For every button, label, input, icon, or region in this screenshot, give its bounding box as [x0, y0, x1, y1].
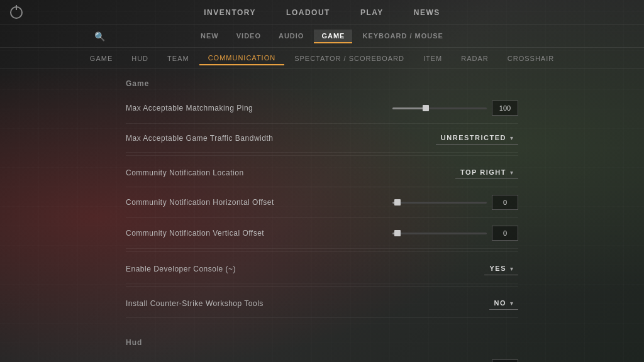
- notification-h-offset-control: 0: [392, 195, 518, 210]
- workshop-tools-chevron-icon: ▾: [510, 300, 513, 307]
- notification-h-offset-slider-wrap: 0: [392, 195, 518, 210]
- notification-h-offset-thumb[interactable]: [394, 199, 401, 206]
- setting-row-bandwidth: Max Acceptable Game Traffic Bandwidth UN…: [126, 124, 518, 153]
- bandwidth-value: UNRESTRICTED: [441, 134, 506, 141]
- setting-row-notification-h-offset: Community Notification Horizontal Offset…: [126, 187, 518, 218]
- tab-game[interactable]: GAME: [314, 30, 352, 43]
- matchmaking-ping-slider-wrap: 100: [392, 101, 518, 116]
- dev-console-control: YES ▾: [392, 262, 518, 275]
- nav-news[interactable]: NEWS: [409, 6, 445, 19]
- setting-row-notification-location: Community Notification Location TOP RIGH…: [126, 158, 518, 187]
- settings-tab-bar: 🔍 NEW VIDEO AUDIO GAME KEYBOARD / MOUSE: [0, 25, 644, 48]
- divider-3: [126, 286, 518, 287]
- dev-console-label: Enable Developer Console (~): [126, 265, 236, 273]
- bandwidth-chevron-icon: ▾: [510, 134, 513, 141]
- notification-v-offset-control: 0: [392, 226, 518, 241]
- bandwidth-dropdown[interactable]: UNRESTRICTED ▾: [436, 131, 518, 145]
- subtab-hud[interactable]: HUD: [123, 52, 157, 65]
- matchmaking-ping-thumb[interactable]: [423, 105, 429, 111]
- subtab-item[interactable]: ITEM: [414, 52, 451, 65]
- power-button[interactable]: [10, 6, 23, 19]
- subtab-radar[interactable]: RADAR: [452, 52, 497, 65]
- subtab-game[interactable]: GAME: [81, 52, 121, 65]
- setting-row-workshop-tools: Install Counter-Strike Workshop Tools NO…: [126, 289, 518, 318]
- matchmaking-ping-control: 100: [392, 101, 518, 116]
- hud-scale-control: 0.90: [392, 359, 518, 362]
- subtab-crosshair[interactable]: CROSSHAIR: [499, 52, 563, 65]
- game-section-header: Game: [126, 69, 518, 93]
- divider-2: [126, 251, 518, 252]
- settings-panel: Game Max Acceptable Matchmaking Ping 100…: [0, 69, 644, 362]
- setting-row-matchmaking-ping: Max Acceptable Matchmaking Ping 100: [126, 93, 518, 124]
- tab-new[interactable]: NEW: [193, 30, 226, 43]
- notification-h-offset-value[interactable]: 0: [492, 195, 518, 210]
- workshop-tools-control: NO ▾: [392, 297, 518, 310]
- setting-row-dev-console: Enable Developer Console (~) YES ▾: [126, 255, 518, 283]
- nav-play[interactable]: PLAY: [355, 6, 389, 19]
- tab-audio[interactable]: AUDIO: [271, 30, 311, 43]
- game-sub-tab-bar: GAME HUD TEAM COMMUNICATION SPECTATOR / …: [0, 48, 644, 69]
- main-nav: INVENTORY LOADOUT PLAY NEWS: [199, 6, 445, 19]
- subtab-communication[interactable]: COMMUNICATION: [199, 52, 285, 65]
- matchmaking-ping-fill: [392, 107, 426, 109]
- notification-v-offset-track[interactable]: [392, 233, 487, 234]
- notification-v-offset-thumb[interactable]: [394, 230, 401, 236]
- subtab-spectator-scoreboard[interactable]: SPECTATOR / SCOREBOARD: [286, 52, 413, 65]
- matchmaking-ping-track[interactable]: [392, 107, 487, 109]
- hud-scale-slider-wrap: 0.90: [392, 359, 518, 362]
- notification-location-control: TOP RIGHT ▾: [392, 166, 518, 179]
- nav-inventory[interactable]: INVENTORY: [199, 6, 261, 19]
- notification-v-offset-fill: [392, 233, 397, 234]
- hud-section-header: Hud: [126, 328, 518, 352]
- notification-h-offset-track[interactable]: [392, 202, 487, 204]
- notification-location-chevron-icon: ▾: [510, 169, 513, 176]
- matchmaking-ping-value[interactable]: 100: [492, 101, 518, 116]
- notification-v-offset-label: Community Notification Vertical Offset: [126, 229, 264, 238]
- notification-h-offset-label: Community Notification Horizontal Offset: [126, 198, 274, 207]
- matchmaking-ping-label: Max Acceptable Matchmaking Ping: [126, 104, 253, 112]
- tab-video[interactable]: VIDEO: [229, 30, 269, 43]
- workshop-tools-label: Install Counter-Strike Workshop Tools: [126, 299, 264, 308]
- hud-scale-value[interactable]: 0.90: [492, 359, 518, 362]
- bandwidth-control: UNRESTRICTED ▾: [392, 131, 518, 145]
- notification-v-offset-value[interactable]: 0: [492, 226, 518, 241]
- notification-location-value: TOP RIGHT: [460, 168, 506, 176]
- notification-h-offset-fill: [392, 202, 397, 204]
- setting-row-hud-scale: HUD Scale 0.90: [126, 352, 518, 362]
- nav-loadout[interactable]: LOADOUT: [281, 6, 335, 19]
- dev-console-dropdown[interactable]: YES ▾: [484, 262, 518, 275]
- workshop-tools-value: NO: [494, 299, 507, 307]
- dev-console-chevron-icon: ▾: [510, 265, 513, 272]
- notification-location-dropdown[interactable]: TOP RIGHT ▾: [455, 166, 518, 179]
- notification-location-label: Community Notification Location: [126, 168, 244, 177]
- setting-row-notification-v-offset: Community Notification Vertical Offset 0: [126, 218, 518, 249]
- workshop-tools-dropdown[interactable]: NO ▾: [489, 297, 519, 310]
- search-icon[interactable]: 🔍: [94, 31, 105, 41]
- dev-console-value: YES: [489, 265, 506, 272]
- notification-v-offset-slider-wrap: 0: [392, 226, 518, 241]
- subtab-team[interactable]: TEAM: [158, 52, 198, 65]
- bandwidth-label: Max Acceptable Game Traffic Bandwidth: [126, 134, 273, 143]
- top-nav: INVENTORY LOADOUT PLAY NEWS: [0, 0, 644, 25]
- divider-1: [126, 155, 518, 156]
- tab-keyboard-mouse[interactable]: KEYBOARD / MOUSE: [355, 30, 450, 43]
